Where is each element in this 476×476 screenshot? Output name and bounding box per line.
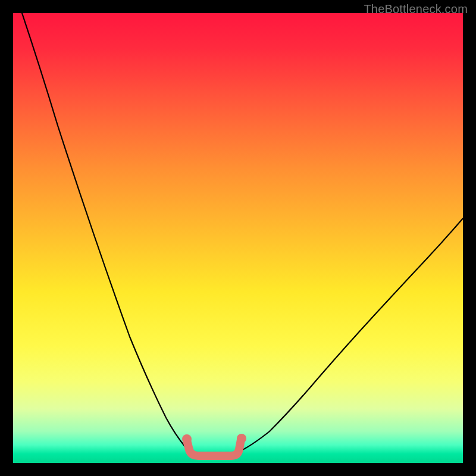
watermark-text: TheBottleneck.com (364, 2, 468, 16)
right-curve (238, 218, 463, 452)
left-curve (22, 13, 186, 447)
plot-svg (13, 13, 463, 463)
svg-point-0 (182, 434, 192, 444)
chart-canvas (13, 13, 463, 463)
svg-point-1 (237, 434, 246, 443)
optimal-bracket (182, 434, 246, 456)
